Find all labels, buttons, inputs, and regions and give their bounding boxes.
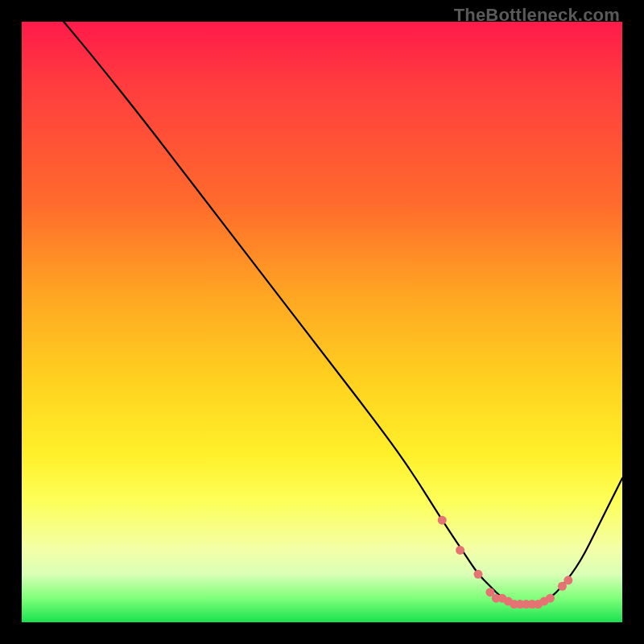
highlight-dot: [473, 570, 482, 579]
highlight-dots: [438, 516, 573, 609]
plot-area: [22, 22, 622, 622]
highlight-dot: [456, 546, 464, 555]
chart-svg: [22, 22, 622, 622]
chart-frame: TheBottleneck.com: [0, 0, 644, 644]
highlight-dot: [564, 576, 572, 584]
highlight-dot: [438, 516, 447, 525]
bottleneck-curve: [64, 22, 622, 605]
highlight-dot: [546, 594, 555, 603]
